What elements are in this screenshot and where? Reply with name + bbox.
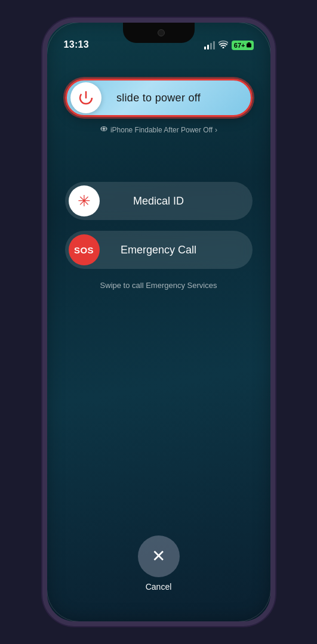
- findable-icon: [100, 125, 108, 134]
- signal-bar-4: [213, 41, 215, 49]
- medical-id-slider[interactable]: ✳ Medical ID: [65, 182, 253, 220]
- cancel-x-icon: ✕: [152, 548, 165, 565]
- cancel-label: Cancel: [146, 582, 172, 592]
- svg-rect-0: [248, 42, 250, 44]
- svg-rect-1: [247, 44, 251, 48]
- cancel-container: ✕ Cancel: [138, 535, 180, 592]
- swipe-hint: Swipe to call Emergency Services: [100, 281, 217, 290]
- power-icon: [78, 89, 94, 106]
- power-slider-wrapper: slide to power off: [65, 79, 253, 117]
- findable-chevron-icon: ›: [215, 126, 217, 134]
- power-off-label: slide to power off: [101, 92, 216, 104]
- findable-description: iPhone Findable After Power Off: [110, 126, 213, 134]
- cancel-button[interactable]: ✕: [138, 535, 180, 577]
- front-camera: [158, 29, 165, 36]
- power-knob: [70, 82, 101, 113]
- sos-knob: SOS: [69, 234, 100, 265]
- status-icons: 67+: [204, 41, 254, 50]
- volume-down-button[interactable]: [42, 139, 43, 160]
- battery-icon: 67+: [232, 41, 254, 50]
- swipe-hint-text: Swipe to call Emergency Services: [100, 281, 217, 290]
- battery-level: 67+: [234, 42, 245, 49]
- signal-bar-2: [207, 45, 209, 49]
- action-buttons: ✳ Medical ID SOS Emergency Call: [65, 182, 253, 269]
- medical-id-knob: ✳: [69, 185, 100, 216]
- medical-star-icon: ✳: [78, 192, 91, 210]
- signal-icon: [204, 41, 215, 49]
- phone-frame: 13:13 67+: [42, 18, 275, 626]
- signal-bar-3: [210, 43, 212, 49]
- medical-id-label: Medical ID: [100, 195, 218, 208]
- findable-text[interactable]: iPhone Findable After Power Off ›: [100, 125, 217, 134]
- status-time: 13:13: [64, 39, 89, 50]
- sos-badge: SOS: [74, 245, 94, 255]
- main-content: slide to power off iPhone Findable After…: [47, 55, 270, 621]
- signal-bar-1: [204, 47, 206, 49]
- power-button[interactable]: [275, 142, 275, 190]
- notch: [123, 23, 195, 43]
- emergency-call-slider[interactable]: SOS Emergency Call: [65, 231, 253, 269]
- svg-point-7: [103, 128, 104, 130]
- power-off-slider[interactable]: slide to power off: [65, 79, 253, 117]
- emergency-call-label: Emergency Call: [100, 244, 218, 256]
- wifi-icon: [218, 41, 228, 50]
- silent-switch[interactable]: [42, 172, 43, 193]
- volume-up-button[interactable]: [42, 106, 43, 128]
